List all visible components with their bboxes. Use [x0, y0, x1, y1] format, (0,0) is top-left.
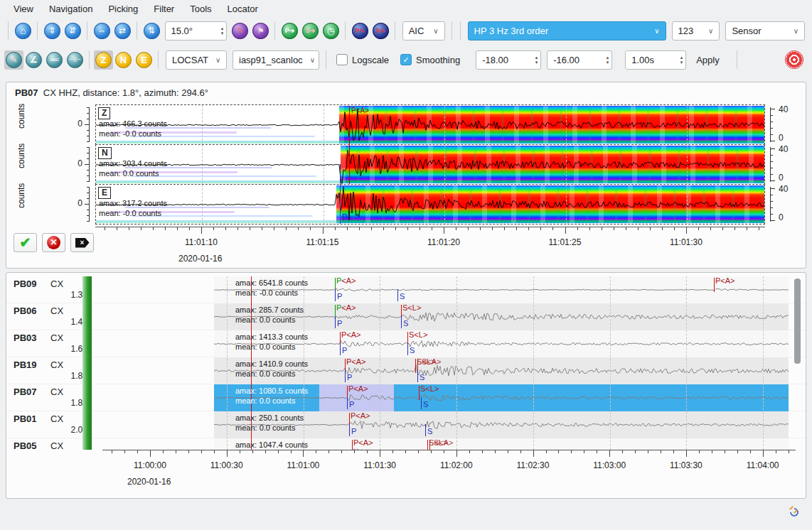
cancel-icon: ✕	[47, 236, 60, 249]
accept-picks-button[interactable]: ✔	[14, 233, 37, 252]
home-view-button[interactable]	[15, 23, 31, 39]
traces-area[interactable]: Zamax: 466.3 countsmean: -0.0 countsNama…	[95, 104, 765, 224]
station-code: PB03	[14, 332, 37, 343]
menu-picking[interactable]: Picking	[100, 1, 146, 16]
angle-measure-button[interactable]	[26, 52, 42, 68]
spin-arrows-icon[interactable]: ▴▾	[672, 55, 683, 65]
locator-combo[interactable]: LOCSAT ∨	[166, 50, 227, 70]
theoretical-p-label: P	[337, 292, 342, 301]
smoothing-checkbox[interactable]: ✓ Smoothing	[400, 54, 460, 65]
pick-s-automatic[interactable]	[419, 386, 420, 400]
theoretical-p-marker[interactable]	[347, 397, 348, 409]
angle-spinbox[interactable]: 15.0° ▴▾	[165, 21, 228, 40]
selected-component-frame: Z	[94, 50, 113, 70]
picker-tool-button[interactable]	[232, 23, 248, 39]
axis-minor-tick	[597, 450, 597, 453]
pick-s-phase-button[interactable]	[373, 23, 389, 39]
station-code: PB06	[14, 305, 37, 316]
goto-time-button[interactable]	[323, 23, 339, 39]
menu-navigation[interactable]: Navigation	[41, 1, 100, 16]
spec-max-spinbox[interactable]: -16.00 ▴▾	[547, 50, 612, 70]
connection-plug-icon[interactable]	[788, 506, 801, 519]
vertical-scrollbar[interactable]	[794, 278, 801, 364]
spec-min-spinbox[interactable]: -18.00 ▴▾	[476, 50, 541, 70]
checkbox-unchecked-icon[interactable]	[336, 54, 348, 65]
relocate-target-button[interactable]	[785, 50, 803, 69]
pick-p-automatic[interactable]	[352, 440, 353, 450]
trace-mean: mean: -0.0 counts	[99, 129, 161, 138]
axis-minor-tick	[252, 450, 253, 453]
rotation-combo[interactable]: 123 ∨	[672, 21, 720, 40]
reject-picks-button[interactable]: ✕	[42, 233, 65, 252]
amplitude-scale-button[interactable]	[144, 23, 160, 39]
axis-minor-tick	[240, 450, 240, 453]
theoretical-p-marker[interactable]	[335, 289, 336, 301]
logscale-checkbox[interactable]: Logscale	[336, 54, 389, 65]
amplitude-measure-button[interactable]	[67, 52, 83, 68]
toolbar-separator	[89, 50, 90, 69]
pick-p-automatic-late[interactable]	[714, 278, 715, 292]
pick-flag-button[interactable]	[252, 23, 269, 39]
axis-tick-label: 11:01:30	[363, 460, 396, 470]
menu-locator[interactable]: Locator	[220, 1, 266, 16]
pick-line-p-theoretical[interactable]	[340, 164, 341, 224]
menu-view[interactable]: View	[6, 1, 41, 16]
axis-minor-tick	[395, 227, 396, 230]
unit-combo[interactable]: Sensor ∨	[725, 21, 805, 40]
axis-minor-tick	[722, 227, 723, 230]
component-n-button[interactable]: N	[115, 52, 132, 68]
pick-line-p-auto[interactable]	[349, 106, 350, 184]
locator-profile-combo[interactable]: iasp91_scanloc ∨	[233, 50, 319, 70]
algorithm-value: AIC	[409, 26, 424, 36]
trace-n[interactable]: Namax: 303.4 countsmean: 0.0 counts	[95, 144, 765, 185]
counts-unit-label: counts	[16, 158, 26, 168]
axis-tick-label: 11:00:00	[134, 460, 166, 470]
axis-minor-tick	[124, 450, 125, 453]
fit-vertical-button[interactable]	[65, 23, 81, 39]
trace-z[interactable]: Zamax: 466.3 countsmean: -0.0 counts	[95, 104, 765, 145]
theoretical-s-label: S	[420, 373, 424, 382]
pick-p-label: P<A>	[346, 357, 366, 366]
theoretical-p-marker[interactable]	[340, 343, 341, 355]
angle-value: 15.0°	[171, 26, 193, 36]
trace-e[interactable]: Eamax: 317.2 countsmean: -0.0 counts	[95, 184, 765, 225]
apply-button[interactable]: Apply	[689, 51, 727, 69]
pick-p-late-label: P<A>	[715, 276, 735, 285]
fit-horizontal-button[interactable]	[114, 23, 131, 39]
amplitude-axis: 0	[71, 144, 95, 185]
menu-filter[interactable]: Filter	[146, 1, 182, 16]
component-e-button[interactable]: E	[136, 52, 152, 68]
pick-p-phase-button[interactable]	[352, 23, 368, 39]
picker-algorithm-combo[interactable]: AIC ∨	[402, 21, 445, 40]
counts-unit-label: counts	[16, 119, 26, 129]
goto-next-s-button[interactable]	[302, 23, 319, 39]
spin-arrows-icon[interactable]: ▴▾	[213, 26, 224, 36]
goto-next-p-button[interactable]	[282, 23, 298, 39]
pick-mode-button[interactable]	[6, 52, 22, 68]
station-network: CX	[50, 278, 63, 289]
pick-s-automatic[interactable]	[427, 440, 428, 450]
annotation-button[interactable]	[46, 52, 63, 68]
zoom-vertical-out-button[interactable]	[44, 23, 60, 39]
theoretical-p-marker[interactable]	[349, 424, 350, 436]
filter-combo[interactable]: HP 3 Hz 3rd order ∨	[468, 21, 666, 40]
theoretical-p-marker[interactable]	[335, 316, 336, 328]
theoretical-s-marker[interactable]	[401, 316, 402, 328]
checkbox-checked-icon[interactable]: ✓	[400, 54, 412, 65]
menu-tools[interactable]: Tools	[182, 1, 219, 16]
time-window-spinbox[interactable]: 1.00s ▴▾	[625, 50, 686, 70]
zoom-horizontal-out-button[interactable]	[94, 23, 110, 39]
apply-picks-button[interactable]: ×	[70, 233, 94, 252]
theoretical-s-marker[interactable]	[425, 424, 426, 436]
component-z-button[interactable]: Z	[95, 52, 112, 68]
theoretical-s-marker[interactable]	[421, 397, 422, 409]
theoretical-s-marker[interactable]	[417, 370, 418, 382]
toolbar-separator	[737, 50, 738, 69]
spin-arrows-icon[interactable]: ▴▾	[598, 55, 609, 65]
theoretical-p-marker[interactable]	[345, 370, 346, 382]
theoretical-p-label: P	[347, 373, 352, 382]
pick-s-automatic[interactable]	[415, 359, 416, 373]
theoretical-s-marker[interactable]	[407, 343, 408, 355]
spin-arrows-icon[interactable]: ▴▾	[527, 55, 538, 65]
theoretical-s-marker[interactable]	[397, 289, 398, 301]
